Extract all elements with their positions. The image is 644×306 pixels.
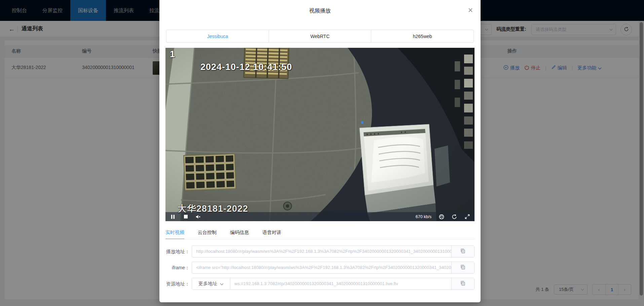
player-control-bar: 670 kb/s <box>165 212 475 221</box>
mute-button[interactable] <box>196 214 201 219</box>
close-button[interactable]: ✕ <box>466 6 475 14</box>
divider <box>165 239 475 239</box>
video-player[interactable]: 1 2024-10-12 10:41:50 大华28181-2022 670 k… <box>165 48 475 221</box>
copy-iframe-button[interactable] <box>451 262 474 273</box>
copy-icon <box>460 265 465 271</box>
tab-jessibuca[interactable]: Jessibuca <box>166 30 269 43</box>
tab-label: Jessibuca <box>207 34 228 39</box>
reload-button[interactable] <box>452 214 457 219</box>
copy-icon <box>460 281 465 287</box>
fullscreen-button[interactable] <box>464 214 470 219</box>
osd-channel-number: 1 <box>170 49 175 60</box>
modal-title: 视频播放 <box>159 7 481 14</box>
play-url-input[interactable]: http://localhost:18080/#/play/wasm/ws%3A… <box>192 246 451 257</box>
iframe-input[interactable]: <iframe src="http://localhost:18080/#/pl… <box>192 262 451 273</box>
resource-url-input[interactable]: ws://192.168.1.3:7082/rtp/34020000001320… <box>230 278 451 290</box>
resource-url-row: 资源地址： 更多地址 ws://192.168.1.3:7082/rtp/340… <box>166 278 475 290</box>
play-url-label: 播放地址： <box>166 245 190 258</box>
chevron-down-icon <box>220 281 224 286</box>
tab-ptz-control[interactable]: 云台控制 <box>198 230 217 239</box>
detail-tabs: 实时视频 云台控制 编码信息 语音对讲 <box>165 230 281 239</box>
copy-play-url-button[interactable] <box>451 246 474 257</box>
tab-audio-talk[interactable]: 语音对讲 <box>262 230 281 239</box>
more-address-select[interactable]: 更多地址 <box>192 278 230 290</box>
tab-webrtc[interactable]: WebRTC <box>269 30 372 43</box>
resource-url-label: 资源地址： <box>166 278 190 290</box>
iframe-group: <iframe src="http://localhost:18080/#/pl… <box>192 262 475 274</box>
iframe-row: iframe： <iframe src="http://localhost:18… <box>166 262 475 274</box>
player-type-tabs: Jessibuca WebRTC h265web <box>166 30 474 43</box>
play-url-group: http://localhost:18080/#/play/wasm/ws%3A… <box>192 245 475 258</box>
tab-label: WebRTC <box>310 34 330 39</box>
bitrate-text: 670 kb/s <box>416 214 431 219</box>
stop-button[interactable] <box>183 214 188 219</box>
iframe-label: iframe： <box>166 262 190 274</box>
snapshot-shutter-button[interactable] <box>439 214 444 219</box>
osd-timestamp: 2024-10-12 10:41:50 <box>200 62 292 72</box>
copy-resource-url-button[interactable] <box>451 278 474 290</box>
tab-encoding-info[interactable]: 编码信息 <box>230 230 249 239</box>
tab-label: h265web <box>413 34 432 39</box>
tab-h265web[interactable]: h265web <box>371 30 474 43</box>
tab-live-video[interactable]: 实时视频 <box>165 230 184 239</box>
cctv-frame <box>165 48 475 221</box>
play-url-row: 播放地址： http://localhost:18080/#/play/wasm… <box>166 245 475 258</box>
resource-url-group: 更多地址 ws://192.168.1.3:7082/rtp/340200000… <box>192 278 475 290</box>
pause-button[interactable] <box>170 214 176 219</box>
copy-icon <box>460 248 465 255</box>
video-play-modal: 视频播放 ✕ Jessibuca WebRTC h265web <box>159 0 481 302</box>
close-icon: ✕ <box>468 6 473 14</box>
more-address-label: 更多地址 <box>198 281 217 287</box>
